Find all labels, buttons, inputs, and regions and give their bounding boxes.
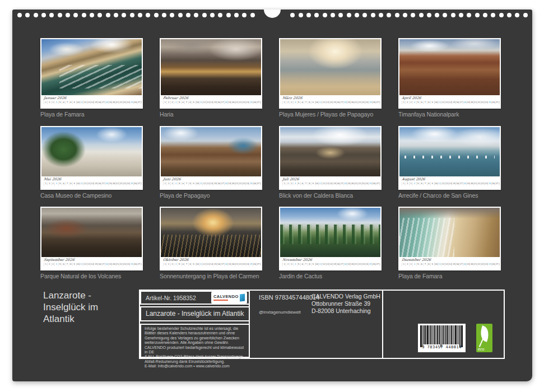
month-photo: [280, 208, 380, 257]
month-name: Oktober 2026: [162, 258, 259, 262]
month-caption: Playa Mujeres / Playas de Papagayo: [279, 111, 382, 118]
month-caption: Jardin de Cactus: [279, 273, 382, 279]
eco-badge: eco: [476, 324, 492, 352]
eco-label: eco: [478, 347, 484, 351]
month-name: März 2026: [282, 96, 379, 100]
mini-calendar-strip: Juli 2026 123456789101112131415161718192…: [280, 176, 380, 189]
mini-calendar-strip: März 2026 123456789101112131415161718192…: [280, 95, 380, 108]
month-caption: Arrecife / Charco de San Gines: [398, 192, 501, 199]
month-photo: [41, 208, 142, 257]
month-caption: Playa de Papagayo: [160, 192, 262, 199]
month-card-mai: Mai 2026 1234567891011121314151617181920…: [40, 126, 143, 199]
month-photo: [41, 39, 142, 95]
month-photo: [280, 127, 380, 176]
article-number: Artikel-Nr. 1958352: [146, 295, 196, 301]
title-line: Inselglück im: [43, 301, 98, 313]
month-name: Januar 2026: [43, 96, 140, 100]
day-numbers: 1234567891011121314151617181920212223242…: [44, 263, 140, 266]
month-photo: [161, 127, 261, 176]
month-caption: Haria: [160, 111, 262, 118]
publisher-line: Ottobrunner Straße 39: [311, 300, 380, 307]
publisher-line: CALVENDO Verlag GmbH: [311, 293, 380, 300]
month-name: Dezember 2026: [401, 258, 498, 262]
calvendo-logo: CALVENDO: [211, 292, 247, 304]
month-card-dezember: Dezember 2026 12345678910111213141516171…: [398, 207, 501, 279]
month-name: Juni 2026: [162, 177, 259, 181]
logo-tagline-bar: [213, 300, 228, 301]
barcode-bars: [420, 325, 463, 344]
mini-calendar-strip: Mai 2026 1234567891011121314151617181920…: [41, 176, 142, 189]
day-numbers: 1234567891011121314151617181920212223242…: [402, 101, 498, 104]
month-name: Juli 2026: [282, 177, 379, 181]
day-numbers: 1234567891011121314151617181920212223242…: [163, 263, 259, 266]
month-row-3: September 2026 1234567891011121314151617…: [40, 207, 501, 279]
month-card-november: November 2026 12345678910111213141516171…: [279, 207, 382, 279]
month-card-april: April 2026 12345678910111213141516171819…: [398, 38, 501, 118]
month-name: November 2026: [282, 258, 379, 262]
eco-leaf-stem: [479, 338, 483, 347]
month-photo: [280, 39, 380, 95]
month-photo: [399, 39, 500, 95]
mini-calendar-strip: August 2026 1234567891011121314151617181…: [399, 176, 500, 189]
month-card-august: August 2026 1234567891011121314151617181…: [398, 126, 501, 199]
month-card-februar: Februar 2026 123456789101112131415161718…: [160, 38, 262, 118]
mini-calendar-strip: Dezember 2026 12345678910111213141516171…: [399, 257, 500, 269]
day-numbers: 1234567891011121314151617181920212223242…: [163, 182, 259, 185]
month-card-oktober: Oktober 2026 123456789101112131415161718…: [160, 207, 262, 279]
publisher-line: D-82008 Unterhaching: [311, 307, 380, 315]
mini-calendar-strip: September 2026 1234567891011121314151617…: [41, 257, 142, 269]
mini-calendar-strip: Januar 2026 1234567891011121314151617181…: [41, 95, 142, 108]
month-caption: Parque Natural de los Volcanes: [40, 273, 143, 279]
social-handle: @Inxtagenumdiewelt: [259, 310, 301, 315]
calvendo-page-icon: [240, 294, 245, 302]
day-numbers: 1234567891011121314151617181920212223242…: [44, 182, 140, 185]
day-numbers: 1234567891011121314151617181920212223242…: [402, 263, 498, 266]
mini-calendar-strip: Juni 2026 123456789101112131415161718192…: [161, 176, 261, 189]
month-card-september: September 2026 1234567891011121314151617…: [40, 207, 143, 279]
hanging-notch: [264, 10, 281, 18]
ean-barcode: 9 783457 448014: [418, 324, 466, 352]
day-numbers: 1234567891011121314151617181920212223242…: [402, 182, 498, 185]
month-caption: Casa Museo de Campesino: [40, 192, 143, 199]
month-caption: Playa de Famara: [398, 273, 501, 279]
calendar-back-page: Januar 2026 1234567891011121314151617181…: [12, 10, 532, 381]
article-number-box: Artikel-Nr. 1958352 CALVENDO: [140, 291, 250, 305]
calvendo-wordmark-wrap: CALVENDO: [213, 295, 239, 301]
calendar-title: Lanzarote - Inselglück im Atlantik: [43, 290, 98, 325]
month-caption: Blick von der Caldera Blanca: [279, 192, 382, 199]
day-numbers: 1234567891011121314151617181920212223242…: [163, 101, 259, 104]
month-caption: Playa de Famara: [40, 111, 143, 118]
month-card-juli: Juli 2026 123456789101112131415161718192…: [279, 126, 382, 199]
day-numbers: 1234567891011121314151617181920212223242…: [44, 101, 140, 104]
month-name: September 2026: [43, 258, 140, 262]
mini-calendar-strip: November 2026 12345678910111213141516171…: [280, 257, 380, 269]
month-row-2: Mai 2026 1234567891011121314151617181920…: [40, 126, 501, 199]
isbn-text: ISBN 9783457448014: [259, 294, 319, 301]
day-numbers: 1234567891011121314151617181920212223242…: [282, 182, 379, 185]
month-name: Mai 2026: [43, 177, 140, 181]
calvendo-wordmark: CALVENDO: [213, 295, 239, 299]
eco-leaf-icon: [478, 325, 491, 342]
day-numbers: 1234567891011121314151617181920212223242…: [282, 101, 379, 104]
title-line: Atlantik: [43, 313, 98, 325]
mini-calendar-strip: Februar 2026 123456789101112131415161718…: [161, 95, 261, 108]
barcode-number: 9 783457 448014: [420, 345, 463, 349]
title-line: Lanzarote -: [43, 290, 98, 301]
month-caption: Sonnenuntergang in Playa del Carmen: [160, 273, 262, 279]
divider: [382, 291, 383, 358]
month-name: Februar 2026: [162, 96, 259, 100]
title-box: Lanzarote - Inselglück im Atlantik: [140, 306, 250, 321]
mini-calendar-strip: April 2026 12345678910111213141516171819…: [399, 95, 500, 108]
publisher-address: CALVENDO Verlag GmbH Ottobrunner Straße …: [311, 293, 380, 315]
month-card-maerz: März 2026 123456789101112131415161718192…: [279, 38, 382, 118]
day-numbers: 1234567891011121314151617181920212223242…: [282, 263, 379, 266]
month-card-januar: Januar 2026 1234567891011121314151617181…: [40, 38, 143, 118]
month-photo: [161, 39, 261, 95]
product-info-box: Artikel-Nr. 1958352 CALVENDO Lanzarote -…: [139, 290, 505, 359]
month-photo: [399, 208, 500, 257]
month-photo: [41, 127, 142, 176]
mini-calendar-strip: Oktober 2026 123456789101112131415161718…: [161, 257, 261, 269]
month-name: August 2026: [401, 177, 498, 181]
legal-text: Infolge bestehender Schutzrechte ist es …: [140, 324, 250, 358]
month-row-1: Januar 2026 1234567891011121314151617181…: [40, 38, 501, 118]
